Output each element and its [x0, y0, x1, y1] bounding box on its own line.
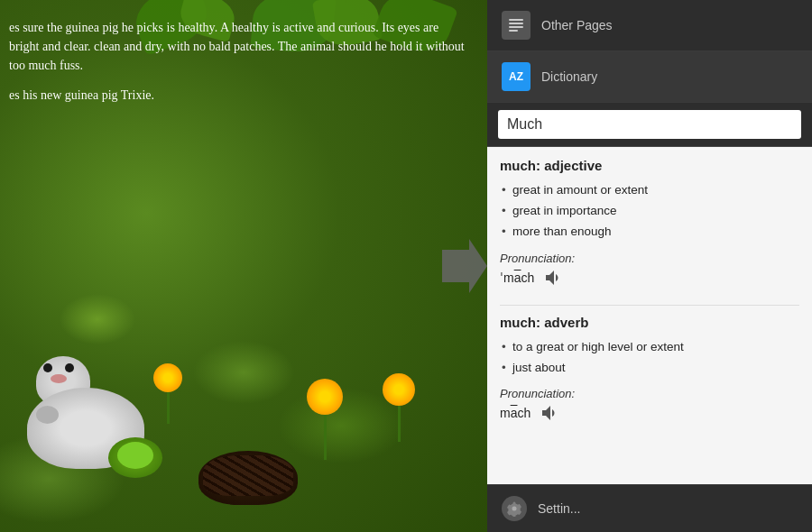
svg-rect-2	[509, 26, 523, 28]
navigation-arrow[interactable]	[442, 239, 487, 293]
entry-divider	[500, 305, 799, 306]
audio-button-2[interactable]	[538, 402, 559, 424]
adj-def-3: more than enough	[500, 222, 799, 243]
dict-word-pos-adverb: much: adverb	[500, 315, 799, 330]
adv-def-1: to a great or high level or extent	[500, 337, 799, 358]
pronunciation-label-2: Pronunciation:	[500, 387, 799, 400]
pronunciation-text-2: mach	[500, 406, 531, 420]
dandelion-stem	[324, 415, 327, 460]
dandelion-2	[383, 373, 415, 442]
sidebar-navigation: Other Pages AZ Dictionary	[487, 0, 812, 103]
pronunciation-row-1: ˈmach	[500, 267, 799, 289]
pronunciation-overline-2: a	[511, 406, 518, 420]
dict-word-pos-adjective: much: adjective	[500, 158, 799, 173]
dandelion-head	[153, 363, 182, 392]
sidebar-item-dictionary[interactable]: AZ Dictionary	[487, 51, 812, 103]
arrow-shape	[442, 239, 487, 293]
hh-spines	[203, 455, 293, 496]
adverb-pronunciation: Pronunciation: mach	[500, 387, 799, 424]
dict-pos-1: adjective	[544, 158, 602, 173]
adv-def-2: just about	[500, 358, 799, 379]
dict-entry-adjective: much: adjective great in amount or exten…	[500, 158, 799, 289]
book-paragraph-1: es sure the guinea pig he picks is healt…	[9, 18, 469, 75]
adjective-definitions: great in amount or extent great in impor…	[500, 180, 799, 243]
svg-rect-1	[509, 23, 523, 24]
svg-rect-0	[509, 19, 523, 21]
book-paragraph-2: es his new guinea pig Trixie.	[9, 86, 469, 105]
dandelion-stem	[398, 406, 401, 442]
adj-def-1: great in amount or extent	[500, 180, 799, 201]
settings-icon	[502, 496, 527, 521]
book-panel: es sure the guinea pig he picks is healt…	[0, 0, 487, 532]
dict-icon-label: AZ	[509, 70, 523, 83]
dict-entry-adverb: much: adverb to a great or high level or…	[500, 315, 799, 425]
svg-rect-3	[509, 30, 518, 32]
pages-icon	[502, 11, 531, 40]
sidebar: Other Pages AZ Dictionary much: adjectiv…	[487, 0, 812, 532]
search-bar	[487, 103, 812, 147]
hh-body	[198, 451, 298, 505]
dict-word-1: much	[500, 158, 536, 173]
other-pages-label: Other Pages	[541, 18, 613, 32]
dictionary-content[interactable]: much: adjective great in amount or exten…	[487, 147, 812, 484]
gp-patch	[36, 406, 59, 424]
dictionary-section: much: adjective great in amount or exten…	[487, 103, 812, 484]
dandelion-head	[383, 373, 415, 406]
watermelon-illustration	[108, 437, 162, 478]
pronunciation-text-1: ˈmach	[500, 271, 534, 285]
settings-label: Settin...	[538, 501, 580, 516]
dandelion-head	[307, 379, 343, 415]
dict-pos-2: adverb	[544, 315, 588, 330]
pronunciation-row-2: mach	[500, 402, 799, 424]
gp-nose	[51, 374, 67, 383]
dandelion-1	[307, 379, 343, 460]
gp-eye	[43, 363, 52, 372]
search-input[interactable]	[498, 110, 801, 139]
dandelion-stem	[167, 392, 170, 424]
settings-item[interactable]: Settin...	[487, 484, 812, 532]
sidebar-item-other-pages[interactable]: Other Pages	[487, 0, 812, 51]
audio-button-1[interactable]	[541, 267, 563, 289]
pronunciation-overline: a	[514, 271, 521, 285]
pronunciation-label-1: Pronunciation:	[500, 252, 799, 265]
book-background: es sure the guinea pig he picks is healt…	[0, 0, 487, 532]
dict-word-2: much	[500, 315, 536, 330]
hedgehog-illustration	[198, 433, 307, 505]
dictionary-icon: AZ	[502, 62, 531, 91]
gp-eye	[65, 363, 74, 372]
book-text-area: es sure the guinea pig he picks is healt…	[9, 18, 469, 115]
dandelion-3	[153, 363, 182, 424]
watermelon-highlight	[117, 442, 153, 469]
dictionary-label: Dictionary	[541, 69, 597, 84]
adverb-definitions: to a great or high level or extent just …	[500, 337, 799, 379]
adjective-pronunciation: Pronunciation: ˈmach	[500, 252, 799, 289]
adj-def-2: great in importance	[500, 201, 799, 222]
